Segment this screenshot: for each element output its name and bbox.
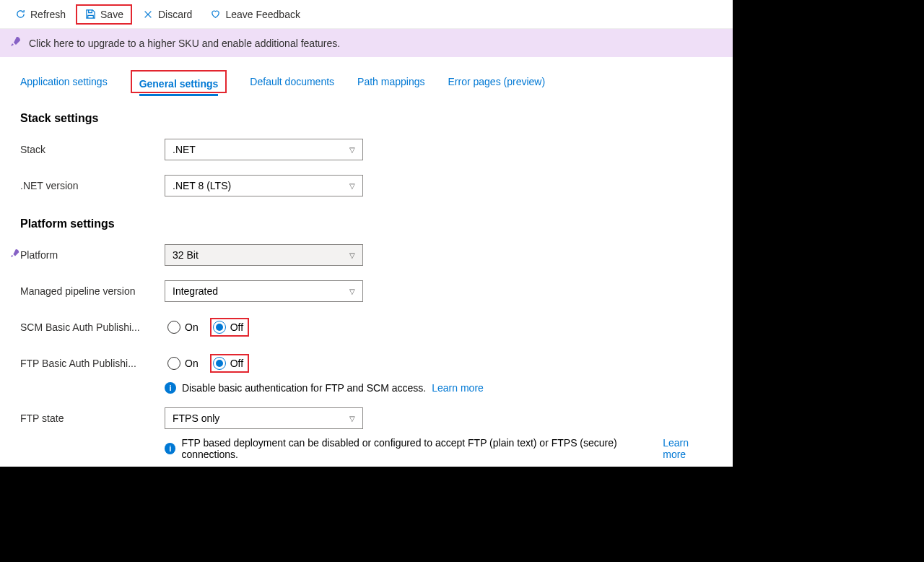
feedback-label: Leave Feedback: [225, 9, 300, 20]
save-label: Save: [100, 9, 123, 20]
scm-off-highlight: Off: [210, 318, 249, 337]
heart-icon: [209, 9, 221, 20]
discard-label: Discard: [158, 9, 192, 20]
ftp-off-radio[interactable]: Off: [213, 357, 243, 370]
chevron-down-icon: ▽: [349, 146, 355, 154]
tab-bar: Application settings General settings De…: [0, 57, 733, 103]
ftpstate-label: FTP state: [20, 412, 165, 424]
ftp-learnmore-link[interactable]: Learn more: [663, 437, 712, 460]
stack-value: .NET: [173, 144, 196, 155]
pipeline-select[interactable]: Integrated ▽: [165, 280, 363, 302]
ftpstate-value: FTPS only: [173, 412, 219, 424]
banner-text: Click here to upgrade to a higher SKU an…: [29, 38, 340, 49]
refresh-button[interactable]: Refresh: [7, 6, 73, 23]
platform-value: 32 Bit: [173, 249, 199, 261]
save-icon: [84, 9, 96, 20]
chevron-down-icon: ▽: [349, 288, 355, 295]
netversion-value: .NET 8 (LTS): [173, 180, 231, 191]
info-icon: i: [165, 443, 175, 454]
stack-section-title: Stack settings: [20, 112, 712, 125]
radio-icon: [167, 321, 180, 334]
rocket-icon: [10, 248, 20, 261]
scm-off-radio[interactable]: Off: [213, 321, 243, 334]
tab-path-mappings[interactable]: Path mappings: [357, 76, 424, 87]
refresh-icon: [14, 9, 26, 20]
off-label: Off: [230, 321, 243, 333]
tab-application-settings[interactable]: Application settings: [20, 76, 108, 87]
platform-label: Platform: [20, 249, 165, 261]
ftp-off-highlight: Off: [210, 354, 249, 373]
ftp-helper-text: FTP based deployment can be disabled or …: [181, 437, 657, 460]
pipeline-label: Managed pipeline version: [20, 285, 165, 297]
rocket-icon: [10, 36, 22, 50]
off-label: Off: [230, 358, 243, 369]
feedback-button[interactable]: Leave Feedback: [202, 6, 308, 23]
radio-icon: [213, 321, 226, 334]
on-label: On: [185, 321, 199, 333]
toolbar: Refresh Save Discard Leave Feedback: [0, 0, 733, 29]
tab-general-settings[interactable]: General settings: [139, 78, 219, 96]
radio-icon: [167, 357, 180, 370]
tab-default-documents[interactable]: Default documents: [250, 76, 334, 87]
ftp-label: FTP Basic Auth Publishi...: [20, 358, 165, 369]
on-label: On: [185, 358, 199, 369]
pipeline-value: Integrated: [173, 285, 218, 297]
discard-button[interactable]: Discard: [135, 6, 199, 23]
scm-label: SCM Basic Auth Publishi...: [20, 321, 165, 333]
refresh-label: Refresh: [30, 9, 66, 20]
chevron-down-icon: ▽: [349, 251, 355, 259]
basicauth-learnmore-link[interactable]: Learn more: [432, 382, 484, 394]
info-icon: i: [165, 382, 176, 394]
stack-label: Stack: [20, 144, 165, 155]
netversion-label: .NET version: [20, 180, 165, 191]
tab-error-pages[interactable]: Error pages (preview): [448, 76, 545, 87]
upgrade-banner[interactable]: Click here to upgrade to a higher SKU an…: [0, 29, 733, 57]
platform-select[interactable]: 32 Bit ▽: [165, 244, 363, 266]
chevron-down-icon: ▽: [349, 415, 355, 423]
ftpstate-select[interactable]: FTPS only ▽: [165, 407, 363, 429]
stack-select[interactable]: .NET ▽: [165, 139, 363, 160]
platform-section-title: Platform settings: [20, 217, 712, 230]
chevron-down-icon: ▽: [349, 182, 355, 190]
ftp-on-radio[interactable]: On: [165, 354, 201, 373]
radio-icon: [213, 357, 226, 370]
scm-on-radio[interactable]: On: [165, 318, 201, 337]
netversion-select[interactable]: .NET 8 (LTS) ▽: [165, 175, 363, 196]
basicauth-helper-text: Disable basic authentication for FTP and…: [182, 382, 426, 394]
save-button[interactable]: Save: [76, 4, 132, 25]
content-area: Stack settings Stack .NET ▽ .NET version…: [0, 112, 733, 467]
discard-icon: [142, 9, 154, 20]
tab-general-settings-highlight: General settings: [131, 70, 227, 93]
